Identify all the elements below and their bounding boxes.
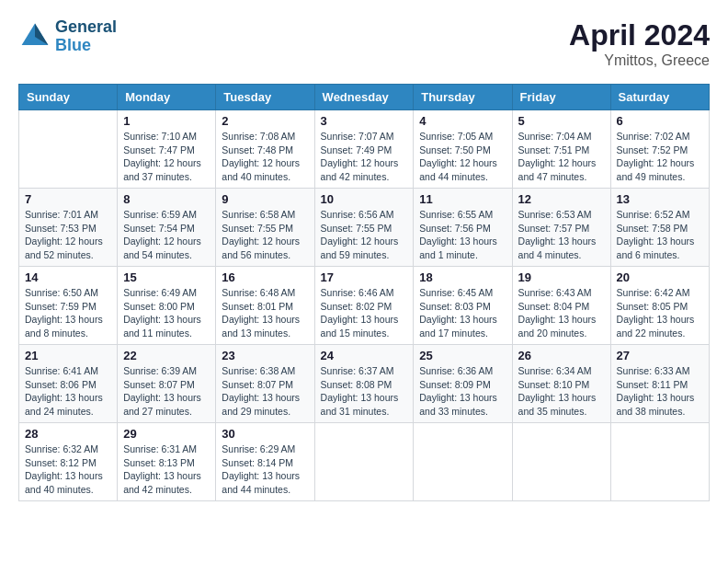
- day-number: 14: [25, 270, 111, 284]
- daylight: Daylight: 13 hours and 6 minutes.: [617, 235, 703, 261]
- logo-icon: [18, 20, 51, 53]
- daylight: Daylight: 13 hours and 4 minutes.: [518, 235, 605, 261]
- calendar-cell: 18 Sunrise: 6:45 AM Sunset: 8:03 PM Dayl…: [414, 267, 512, 345]
- day-number: 11: [419, 192, 506, 206]
- daylight: Daylight: 12 hours and 59 minutes.: [321, 235, 408, 261]
- calendar-cell: 23 Sunrise: 6:38 AM Sunset: 8:07 PM Dayl…: [216, 345, 314, 423]
- calendar-table: SundayMondayTuesdayWednesdayThursdayFrid…: [18, 84, 710, 501]
- sunset: Sunset: 8:09 PM: [419, 378, 506, 392]
- calendar-cell: 5 Sunrise: 7:04 AM Sunset: 7:51 PM Dayli…: [512, 110, 610, 189]
- calendar-cell: 4 Sunrise: 7:05 AM Sunset: 7:50 PM Dayli…: [414, 110, 512, 189]
- daylight: Daylight: 13 hours and 44 minutes.: [222, 469, 308, 496]
- day-info: Sunrise: 6:49 AM Sunset: 8:00 PM Dayligh…: [123, 286, 210, 340]
- sunset: Sunset: 8:07 PM: [123, 378, 210, 392]
- sunrise: Sunrise: 6:45 AM: [419, 286, 506, 300]
- day-info: Sunrise: 6:58 AM Sunset: 7:55 PM Dayligh…: [222, 208, 308, 262]
- calendar-day-header: Wednesday: [314, 85, 414, 110]
- calendar-week-row: 28 Sunrise: 6:32 AM Sunset: 8:12 PM Dayl…: [19, 423, 710, 501]
- day-info: Sunrise: 6:32 AM Sunset: 8:12 PM Dayligh…: [25, 442, 111, 497]
- day-number: 4: [419, 114, 506, 128]
- calendar-cell: 20 Sunrise: 6:42 AM Sunset: 8:05 PM Dayl…: [610, 267, 709, 345]
- calendar-cell: 3 Sunrise: 7:07 AM Sunset: 7:49 PM Dayli…: [314, 110, 414, 189]
- day-number: 20: [617, 270, 703, 284]
- day-info: Sunrise: 6:52 AM Sunset: 7:58 PM Dayligh…: [617, 208, 703, 262]
- daylight: Daylight: 13 hours and 15 minutes.: [321, 313, 408, 339]
- sunset: Sunset: 7:49 PM: [321, 144, 408, 157]
- day-number: 27: [617, 349, 703, 362]
- sunset: Sunset: 8:05 PM: [617, 300, 703, 314]
- calendar-cell: [19, 110, 118, 189]
- sunrise: Sunrise: 6:41 AM: [25, 364, 111, 378]
- sunrise: Sunrise: 7:01 AM: [25, 208, 111, 222]
- daylight: Daylight: 13 hours and 11 minutes.: [123, 313, 210, 339]
- daylight: Daylight: 12 hours and 37 minutes.: [123, 156, 210, 183]
- calendar-cell: 22 Sunrise: 6:39 AM Sunset: 8:07 PM Dayl…: [118, 345, 216, 423]
- day-info: Sunrise: 6:39 AM Sunset: 8:07 PM Dayligh…: [123, 364, 210, 419]
- calendar-cell: 19 Sunrise: 6:43 AM Sunset: 8:04 PM Dayl…: [512, 267, 610, 345]
- sunset: Sunset: 8:04 PM: [518, 300, 605, 314]
- day-number: 13: [617, 192, 703, 206]
- calendar-cell: 7 Sunrise: 7:01 AM Sunset: 7:53 PM Dayli…: [19, 189, 118, 267]
- calendar-day-header: Sunday: [19, 85, 118, 110]
- day-info: Sunrise: 6:55 AM Sunset: 7:56 PM Dayligh…: [419, 208, 506, 262]
- daylight: Daylight: 13 hours and 13 minutes.: [222, 313, 308, 339]
- day-info: Sunrise: 6:48 AM Sunset: 8:01 PM Dayligh…: [222, 286, 308, 340]
- calendar-cell: 9 Sunrise: 6:58 AM Sunset: 7:55 PM Dayli…: [216, 189, 314, 267]
- daylight: Daylight: 12 hours and 52 minutes.: [25, 235, 111, 261]
- sunrise: Sunrise: 7:08 AM: [222, 130, 308, 144]
- location-title: Ymittos, Greece: [569, 52, 710, 69]
- logo: General Blue: [18, 18, 117, 55]
- day-number: 10: [321, 192, 408, 206]
- day-info: Sunrise: 6:37 AM Sunset: 8:08 PM Dayligh…: [321, 364, 408, 419]
- day-info: Sunrise: 7:08 AM Sunset: 7:48 PM Dayligh…: [222, 130, 308, 184]
- day-number: 19: [518, 270, 605, 284]
- sunrise: Sunrise: 6:33 AM: [617, 364, 703, 378]
- day-number: 26: [518, 349, 605, 362]
- day-info: Sunrise: 6:38 AM Sunset: 8:07 PM Dayligh…: [222, 364, 308, 419]
- sunset: Sunset: 8:03 PM: [419, 300, 506, 314]
- sunset: Sunset: 7:47 PM: [123, 144, 210, 157]
- daylight: Daylight: 12 hours and 49 minutes.: [617, 156, 703, 183]
- sunrise: Sunrise: 6:59 AM: [123, 208, 210, 222]
- day-number: 5: [518, 114, 605, 128]
- sunrise: Sunrise: 7:05 AM: [419, 130, 506, 144]
- sunset: Sunset: 8:06 PM: [25, 378, 111, 392]
- sunrise: Sunrise: 6:37 AM: [321, 364, 408, 378]
- sunrise: Sunrise: 6:48 AM: [222, 286, 308, 300]
- day-number: 17: [321, 270, 408, 284]
- sunset: Sunset: 7:55 PM: [321, 222, 408, 236]
- calendar-week-row: 7 Sunrise: 7:01 AM Sunset: 7:53 PM Dayli…: [19, 189, 710, 267]
- logo-text: General Blue: [55, 18, 117, 55]
- day-number: 16: [222, 270, 308, 284]
- daylight: Daylight: 12 hours and 47 minutes.: [518, 156, 605, 183]
- daylight: Daylight: 13 hours and 8 minutes.: [25, 313, 111, 339]
- sunset: Sunset: 8:08 PM: [321, 378, 408, 392]
- day-number: 21: [25, 349, 111, 362]
- day-number: 18: [419, 270, 506, 284]
- sunrise: Sunrise: 6:34 AM: [518, 364, 605, 378]
- sunrise: Sunrise: 6:50 AM: [25, 286, 111, 300]
- calendar-day-header: Thursday: [414, 85, 512, 110]
- calendar-cell: 11 Sunrise: 6:55 AM Sunset: 7:56 PM Dayl…: [414, 189, 512, 267]
- sunset: Sunset: 7:54 PM: [123, 222, 210, 236]
- calendar-cell: 10 Sunrise: 6:56 AM Sunset: 7:55 PM Dayl…: [314, 189, 414, 267]
- page-header: General Blue April 2024 Ymittos, Greece: [18, 18, 710, 69]
- day-info: Sunrise: 7:02 AM Sunset: 7:52 PM Dayligh…: [617, 130, 703, 184]
- calendar-cell: 28 Sunrise: 6:32 AM Sunset: 8:12 PM Dayl…: [19, 423, 118, 501]
- sunset: Sunset: 8:00 PM: [123, 300, 210, 314]
- sunrise: Sunrise: 6:49 AM: [123, 286, 210, 300]
- sunrise: Sunrise: 6:39 AM: [123, 364, 210, 378]
- day-number: 15: [123, 270, 210, 284]
- calendar-day-header: Monday: [118, 85, 216, 110]
- calendar-cell: 16 Sunrise: 6:48 AM Sunset: 8:01 PM Dayl…: [216, 267, 314, 345]
- day-number: 7: [25, 192, 111, 206]
- calendar-cell: 24 Sunrise: 6:37 AM Sunset: 8:08 PM Dayl…: [314, 345, 414, 423]
- calendar-cell: 30 Sunrise: 6:29 AM Sunset: 8:14 PM Dayl…: [216, 423, 314, 501]
- day-number: 24: [321, 349, 408, 362]
- day-info: Sunrise: 6:56 AM Sunset: 7:55 PM Dayligh…: [321, 208, 408, 262]
- day-info: Sunrise: 7:04 AM Sunset: 7:51 PM Dayligh…: [518, 130, 605, 184]
- sunrise: Sunrise: 6:58 AM: [222, 208, 308, 222]
- calendar-cell: 25 Sunrise: 6:36 AM Sunset: 8:09 PM Dayl…: [414, 345, 512, 423]
- day-number: 6: [617, 114, 703, 128]
- calendar-cell: [314, 423, 414, 501]
